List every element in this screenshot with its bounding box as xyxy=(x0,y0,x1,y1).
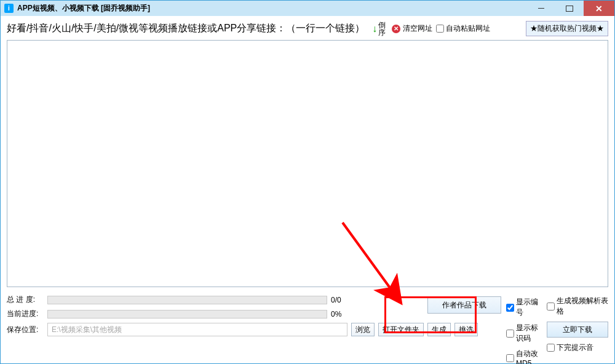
done-sound-label: 下完提示音 xyxy=(557,342,593,353)
clear-urls-button[interactable]: ✕ 清空网址 xyxy=(392,23,432,34)
current-progress-value: 0% xyxy=(331,310,355,318)
author-download-button[interactable]: 作者作品下载 xyxy=(427,296,501,314)
show-index-checkbox[interactable]: 显示编号 xyxy=(506,297,542,318)
save-path-label: 保存位置: xyxy=(7,325,44,335)
url-textarea[interactable] xyxy=(7,40,608,287)
current-progress-label: 当前进度: xyxy=(7,309,44,319)
gen-parse-table-label: 生成视频解析表格 xyxy=(557,296,608,317)
done-sound-checkbox[interactable]: 下完提示音 xyxy=(547,342,593,353)
minimize-button[interactable] xyxy=(527,1,555,16)
toolbar-hint: 好看/抖音/火山/快手/美拍/微视等视频播放链接或APP分享链接：（一行一个链接… xyxy=(7,22,365,35)
total-progress-bar xyxy=(47,296,327,304)
show-id-input[interactable] xyxy=(506,330,514,338)
main-area xyxy=(1,40,614,290)
close-button[interactable]: ✕ xyxy=(584,1,614,16)
sort-label: 倒 序 xyxy=(378,22,386,36)
bottom-panel: 总 进 度: 0/0 当前进度: 0% 保存位置: 浏览 打开文件夹 生成 挑选 xyxy=(1,290,614,364)
show-id-label: 显示标识码 xyxy=(516,323,542,344)
auto-md5-input[interactable] xyxy=(506,354,514,362)
total-progress-label: 总 进 度: xyxy=(7,295,44,305)
open-folder-button[interactable]: 打开文件夹 xyxy=(378,323,424,336)
generate-button[interactable]: 生成 xyxy=(427,323,451,336)
auto-md5-label: 自动改MD5 xyxy=(516,349,542,364)
show-index-label: 显示编号 xyxy=(516,297,542,318)
auto-md5-checkbox[interactable]: 自动改MD5 xyxy=(506,349,542,364)
current-progress-bar xyxy=(47,310,327,318)
auto-paste-input[interactable] xyxy=(436,25,444,33)
total-progress-value: 0/0 xyxy=(331,296,355,304)
auto-paste-checkbox[interactable]: 自动粘贴网址 xyxy=(436,23,490,34)
download-now-button[interactable]: 立即下载 xyxy=(547,322,608,338)
reverse-sort-button[interactable]: ↓ 倒 序 xyxy=(372,22,386,36)
maximize-button[interactable] xyxy=(555,1,584,16)
app-icon: i xyxy=(4,4,14,13)
clear-icon: ✕ xyxy=(392,25,400,33)
title-bar: i APP短视频、小视频下载 [固乔视频助手] ✕ xyxy=(1,1,614,16)
show-index-input[interactable] xyxy=(506,304,514,312)
done-sound-input[interactable] xyxy=(547,344,555,352)
save-path-input[interactable] xyxy=(47,323,347,336)
pick-button[interactable]: 挑选 xyxy=(454,323,478,336)
clear-label: 清空网址 xyxy=(403,23,432,34)
toolbar: 好看/抖音/火山/快手/美拍/微视等视频播放链接或APP分享链接：（一行一个链接… xyxy=(1,16,614,40)
show-id-checkbox[interactable]: 显示标识码 xyxy=(506,323,542,344)
app-window: i APP短视频、小视频下载 [固乔视频助手] ✕ 好看/抖音/火山/快手/美拍… xyxy=(0,0,615,364)
gen-parse-table-checkbox[interactable]: 生成视频解析表格 xyxy=(547,296,608,317)
browse-button[interactable]: 浏览 xyxy=(351,323,375,336)
arrow-down-icon: ↓ xyxy=(372,23,377,34)
window-title: APP短视频、小视频下载 [固乔视频助手] xyxy=(17,3,150,14)
random-hot-button[interactable]: ★随机获取热门视频★ xyxy=(526,21,608,36)
auto-paste-label: 自动粘贴网址 xyxy=(446,23,490,34)
window-controls: ✕ xyxy=(527,1,614,16)
gen-parse-table-input[interactable] xyxy=(547,303,555,311)
